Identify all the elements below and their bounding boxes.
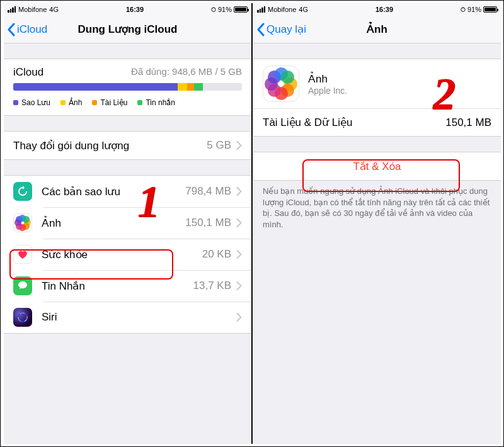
legend-item: Ảnh (60, 98, 82, 107)
storage-usage: Đã dùng: 948,6 MB / 5 GB (131, 66, 242, 79)
row-label: Tin Nhắn (42, 280, 193, 293)
nav-bar: iCloud Dung Lượng iCloud (4, 16, 251, 43)
storage-item-row[interactable]: Tin Nhắn13,7 KB (4, 270, 251, 302)
back-button[interactable]: Quay lại (253, 23, 306, 37)
storage-summary: iCloud Đã dùng: 948,6 MB / 5 GB Sao LưuẢ… (4, 59, 251, 116)
legend-item: Tài Liệu (92, 98, 127, 107)
network-label: 4G (299, 6, 308, 13)
footer-text: Nếu bạn muốn ngưng sử dụng Ảnh iCloud và… (253, 181, 501, 235)
documents-data-row: Tài Liệu & Dữ Liệu 150,1 MB (253, 108, 501, 136)
row-label: Siri (42, 311, 231, 324)
signal-icon (8, 6, 16, 13)
row-label: Tài Liệu & Dữ Liệu (263, 116, 445, 129)
row-label: Ảnh (42, 217, 185, 230)
battery-icon (483, 6, 497, 13)
row-label: Thay đổi gói dung lượng (13, 139, 207, 152)
carrier-label: Mobifone (268, 6, 296, 13)
screen-1-icloud-storage: Mobifone 4G 16:39 91% iCloud Dung Lượng … (4, 3, 251, 444)
status-bar: Mobifone 4G 16:39 91% (4, 3, 251, 16)
app-name: Ảnh (308, 72, 347, 86)
storage-title: iCloud (13, 66, 43, 79)
chevron-right-icon (236, 141, 242, 150)
disable-delete-button[interactable]: Tắt & Xóa (253, 152, 501, 180)
screen-2-photos-storage: Mobifone 4G 16:39 91% Quay lại Ảnh Ảnh A… (253, 3, 501, 444)
health-icon (13, 245, 32, 264)
row-value: 798,4 MB (185, 185, 231, 198)
back-label: iCloud (17, 23, 47, 36)
clock-label: 16:39 (126, 6, 144, 13)
chevron-right-icon (236, 187, 242, 196)
row-value: 20 KB (202, 248, 231, 261)
annotation-2: 2 (433, 68, 455, 120)
storage-item-row[interactable]: Sức khỏe20 KB (4, 239, 251, 270)
messages-icon (13, 276, 32, 295)
app-info-section: Ảnh Apple Inc. Tài Liệu & Dữ Liệu 150,1 … (253, 59, 501, 137)
chevron-right-icon (236, 218, 242, 227)
back-button[interactable]: iCloud (4, 23, 47, 37)
photos-icon (13, 213, 32, 232)
clock-label: 16:39 (375, 6, 393, 13)
destructive-label: Tắt & Xóa (263, 160, 491, 173)
row-value: 150,1 MB (185, 217, 231, 229)
siri-icon (13, 308, 32, 327)
network-label: 4G (49, 6, 59, 13)
row-label: Sức khỏe (42, 248, 202, 261)
storage-item-row[interactable]: Siri (4, 302, 251, 333)
rotation-lock-icon (211, 6, 216, 13)
legend-item: Tin nhắn (137, 98, 175, 107)
chevron-right-icon (236, 281, 242, 290)
chevron-left-icon (256, 23, 265, 37)
row-value: 13,7 KB (193, 280, 232, 292)
battery-icon (234, 6, 248, 13)
storage-item-row[interactable]: Các bản sao lưu798,4 MB (4, 176, 251, 207)
photos-app-icon (263, 65, 299, 102)
svg-point-4 (461, 8, 465, 11)
storage-legend: Sao LưuẢnhTài LiệuTin nhắn (4, 98, 251, 115)
svg-point-0 (212, 8, 215, 11)
change-storage-plan-row[interactable]: Thay đổi gói dung lượng 5 GB (4, 132, 251, 159)
chevron-right-icon (236, 313, 242, 322)
battery-pct-label: 91% (467, 6, 481, 13)
chevron-left-icon (7, 23, 15, 37)
storage-bar (13, 83, 242, 91)
row-value: 5 GB (207, 139, 231, 152)
chevron-right-icon (236, 250, 242, 259)
nav-bar: Quay lại Ảnh (253, 16, 501, 43)
legend-item: Sao Lưu (13, 98, 50, 107)
signal-icon (257, 6, 265, 13)
back-label: Quay lại (266, 23, 306, 36)
backup-icon (13, 182, 32, 201)
carrier-label: Mobifone (18, 6, 47, 13)
app-vendor: Apple Inc. (308, 86, 347, 96)
battery-pct-label: 91% (218, 6, 232, 13)
annotation-1: 1 (137, 176, 160, 228)
row-label: Các bản sao lưu (42, 185, 185, 198)
rotation-lock-icon (461, 6, 466, 13)
status-bar: Mobifone 4G 16:39 91% (253, 3, 501, 16)
storage-item-row[interactable]: Ảnh150,1 MB (4, 207, 251, 239)
